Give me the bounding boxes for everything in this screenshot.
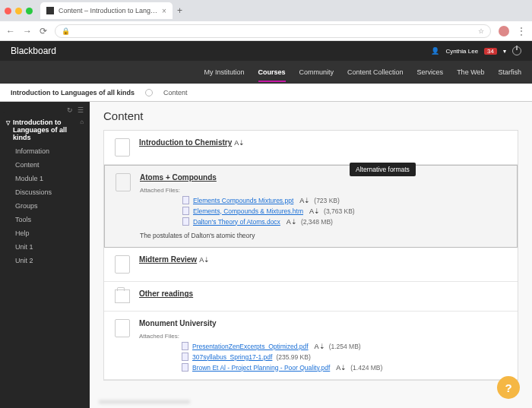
sidebar-pin-icon[interactable] xyxy=(0,104,5,113)
nav-community[interactable]: Community xyxy=(299,68,334,76)
content-entry: Alternative formatsAtoms + CompoundsAtta… xyxy=(104,165,518,248)
crumb-page[interactable]: Content xyxy=(163,89,188,96)
tab-close-icon[interactable]: × xyxy=(162,7,166,15)
entry-title[interactable]: Introduction to Chemistry xyxy=(139,138,232,147)
attached-file-row: Elements, Compounds & Mixtures.htmA⇣(3,7… xyxy=(182,207,506,215)
entry-title[interactable]: Monument University xyxy=(139,319,217,327)
chevron-down-icon[interactable]: ▾ xyxy=(503,48,506,55)
sidebar-item-unit-2[interactable]: Unit 2 xyxy=(0,254,90,267)
content-entry: Midterm ReviewA⇣ xyxy=(104,248,518,282)
refresh-icon[interactable]: ↻ xyxy=(67,106,73,114)
alt-format-icon[interactable]: A⇣ xyxy=(287,218,297,226)
list-icon[interactable]: ☰ xyxy=(78,106,84,114)
file-link[interactable]: PresentationZenExcerpts_Optimized.pdf xyxy=(192,343,309,350)
file-size: (3,763 KB) xyxy=(324,207,355,215)
folder-icon xyxy=(115,289,130,303)
browser-tab[interactable]: Content – Introduction to Lang… × xyxy=(40,2,173,19)
user-icon: 👤 xyxy=(431,47,439,55)
main-content: Content Introduction to ChemistryA⇣Alter… xyxy=(90,102,532,408)
sidebar-item-discussions[interactable]: Discussions xyxy=(0,185,90,199)
brand-bar: Blackboard 👤 Cynthia Lee 34 ▾ xyxy=(0,41,532,61)
sidebar-item-information[interactable]: Information xyxy=(0,144,90,158)
attached-file-row: Brown Et Al - Project Planning - Poor Qu… xyxy=(182,363,507,372)
alt-format-icon[interactable]: A⇣ xyxy=(299,197,310,204)
sidebar: ↻ ☰ ▽ Introduction to Languages of all k… xyxy=(0,102,90,408)
alt-format-icon[interactable]: A⇣ xyxy=(234,139,245,147)
alt-format-icon[interactable]: A⇣ xyxy=(315,343,325,350)
file-size: (235.99 KB) xyxy=(276,353,310,361)
back-icon[interactable]: ← xyxy=(6,26,15,36)
user-area[interactable]: 👤 Cynthia Lee 34 ▾ xyxy=(431,46,521,55)
attached-label: Attached Files: xyxy=(139,333,179,340)
file-icon xyxy=(115,319,130,337)
attached-file-row: Elements Compounds Mixtures.pptA⇣(723 KB… xyxy=(182,196,506,204)
file-link[interactable]: 307syllabus_Spring17-1.pdf xyxy=(192,353,272,361)
window-controls[interactable] xyxy=(5,8,33,14)
bookmark-icon[interactable]: ☆ xyxy=(478,27,484,35)
sidebar-item-module-1[interactable]: Module 1 xyxy=(0,172,90,185)
breadcrumb: Introduction to Languages of all kinds C… xyxy=(0,84,532,102)
reload-icon[interactable]: ⟳ xyxy=(40,26,47,36)
min-dot[interactable] xyxy=(15,8,22,14)
address-bar: ← → ⟳ 🔒 ☆ ⋮ xyxy=(0,21,532,41)
home-icon[interactable]: ⌂ xyxy=(80,119,84,125)
file-icon xyxy=(115,138,130,157)
content-entry: Introduction to ChemistryA⇣ xyxy=(104,131,518,165)
file-link[interactable]: Brown Et Al - Project Planning - Poor Qu… xyxy=(192,364,330,372)
sidebar-item-unit-1[interactable]: Unit 1 xyxy=(0,240,90,254)
entry-title[interactable]: Atoms + Compounds xyxy=(140,173,217,182)
attached-label: Attached Files: xyxy=(140,187,180,194)
file-link[interactable]: Dalton's Theory of Atoms.docx xyxy=(193,218,280,226)
file-size: (1.424 MB) xyxy=(350,364,382,372)
attached-file-row: PresentationZenExcerpts_Optimized.pdfA⇣(… xyxy=(182,342,507,350)
power-icon[interactable] xyxy=(512,46,521,55)
file-size: (1.254 MB) xyxy=(329,343,361,350)
content-card: Introduction to ChemistryA⇣Alternative f… xyxy=(103,130,518,381)
sidebar-item-groups[interactable]: Groups xyxy=(0,199,90,213)
favicon xyxy=(46,7,54,14)
sidebar-item-content[interactable]: Content xyxy=(0,158,90,172)
entry-title[interactable]: Midterm Review xyxy=(139,255,197,264)
entry-description: The postulates of Dalton's atomic theory xyxy=(140,232,506,239)
sidebar-item-help[interactable]: Help xyxy=(0,226,90,240)
menu-icon[interactable]: ⋮ xyxy=(517,26,526,36)
file-link[interactable]: Elements Compounds Mixtures.ppt xyxy=(193,197,293,204)
alt-format-icon[interactable]: A⇣ xyxy=(336,364,347,372)
max-dot[interactable] xyxy=(26,8,33,14)
alt-format-icon[interactable]: A⇣ xyxy=(309,207,320,215)
shadow xyxy=(99,400,190,403)
file-link[interactable]: Elements, Compounds & Mixtures.htm xyxy=(193,207,303,215)
nav-starfish[interactable]: Starfish xyxy=(498,68,521,76)
file-icon xyxy=(116,173,131,191)
notification-badge[interactable]: 34 xyxy=(484,48,497,55)
sidebar-course-head[interactable]: ▽ Introduction to Languages of all kinds… xyxy=(0,115,90,144)
document-icon xyxy=(182,353,188,361)
nav-the-web[interactable]: The Web xyxy=(457,68,484,76)
entry-title[interactable]: Other readings xyxy=(139,289,193,298)
profile-avatar[interactable] xyxy=(499,26,509,36)
tab-title: Content – Introduction to Lang… xyxy=(59,7,157,14)
nav-courses[interactable]: Courses xyxy=(258,68,286,82)
user-name: Cynthia Lee xyxy=(445,48,478,55)
nav-my-institution[interactable]: My Institution xyxy=(204,68,245,76)
document-icon xyxy=(182,217,189,226)
crumb-course[interactable]: Introduction to Languages of all kinds xyxy=(11,89,135,96)
crumb-chip-icon[interactable] xyxy=(145,89,153,96)
nav-content-collection[interactable]: Content Collection xyxy=(347,68,404,76)
help-fab[interactable]: ? xyxy=(497,376,520,399)
attached-file-row: 307syllabus_Spring17-1.pdf(235.99 KB) xyxy=(182,353,507,361)
browser-chrome: Content – Introduction to Lang… × + ← → … xyxy=(0,0,532,41)
new-tab-icon[interactable]: + xyxy=(177,5,182,16)
omnibox[interactable]: 🔒 ☆ xyxy=(55,24,491,38)
document-icon xyxy=(182,207,189,215)
tooltip: Alternative formats xyxy=(350,163,416,176)
forward-icon[interactable]: → xyxy=(23,26,32,36)
sidebar-course-title: Introduction to Languages of all kinds xyxy=(13,119,77,141)
alt-format-icon[interactable]: A⇣ xyxy=(199,256,210,264)
nav-services[interactable]: Services xyxy=(417,68,444,76)
file-size: (723 KB) xyxy=(314,197,340,204)
sidebar-item-tools[interactable]: Tools xyxy=(0,213,90,226)
document-icon xyxy=(182,342,188,350)
sidebar-tools: ↻ ☰ xyxy=(0,105,90,115)
close-dot[interactable] xyxy=(5,8,11,14)
